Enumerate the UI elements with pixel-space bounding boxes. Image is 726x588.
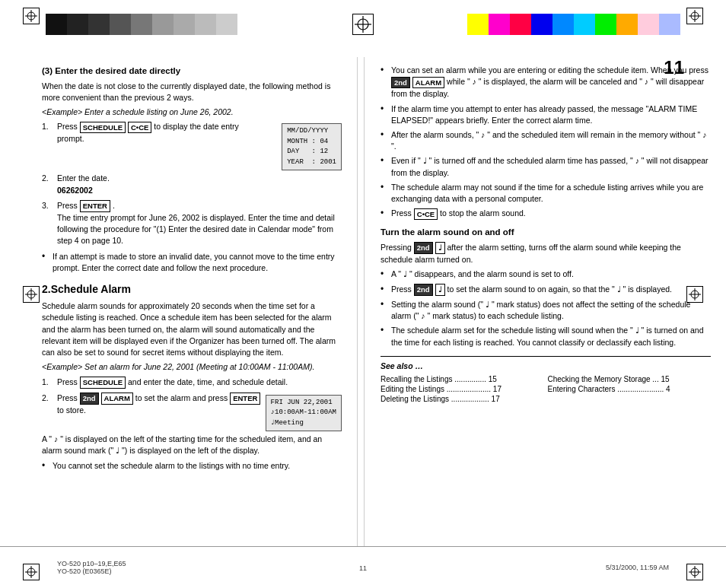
schedule-key[interactable]: SCHEDULE [80, 122, 126, 134]
enter-key-2[interactable]: ENTER [230, 393, 260, 405]
see-also-item-3: Editing the Listings ...................… [381, 385, 544, 393]
rb-dot-5: • [381, 182, 391, 194]
rb-text-2: If the alarm time you attempt to enter h… [391, 103, 711, 126]
main-content: (3) Enter the desired date directly When… [0, 57, 726, 546]
right-bullet-5: • The schedule alarm may not sound if th… [381, 182, 711, 205]
section-heading-3: (3) Enter the desired date directly [42, 65, 342, 78]
tb-text-3: Setting the alarm sound (" ♩ " mark stat… [391, 299, 711, 322]
bullet-2-text: You cannot set the schedule alarm to the… [53, 460, 342, 472]
alarm-key[interactable]: ALARM [101, 393, 133, 405]
turn-off-text: Pressing 2nd ♩ after the alarm setting, … [381, 242, 711, 265]
2nd-key-1[interactable]: 2nd [80, 393, 99, 405]
tb-text-4: The schedule alarm set for the schedule … [391, 325, 711, 348]
tb-dot-2: • [381, 284, 391, 296]
turn-bullet-1: • A " ♩ " disappears, and the alarm soun… [381, 269, 711, 281]
right-bullet-3: • After the alarm sounds, " ♪ " and the … [381, 129, 711, 152]
sound-key-turn[interactable]: ♩ [435, 242, 445, 254]
see-also-item-2: Checking the Memory Storage ... 15 [548, 375, 712, 383]
rb-dot-6: • [381, 208, 391, 220]
alarm-key-r1[interactable]: ALARM [412, 77, 444, 89]
see-also-item-6 [548, 395, 712, 403]
step-1-container: MM/DD/YYYY MONTH : 04 DAY : 12 YEAR : 20… [42, 121, 342, 173]
right-bullet-4: • Even if " ♩ " is turned off and the sc… [381, 155, 711, 178]
2nd-key-turn[interactable]: 2nd [414, 242, 433, 254]
sa-step-num-2: 2. [42, 393, 57, 404]
rb-text-4: Even if " ♩ " is turned off and the sche… [391, 155, 711, 178]
rb-dot-2: • [381, 103, 391, 116]
right-bullet-6: • Press C•CE to stop the alarm sound. [381, 208, 711, 220]
date-value: 06262002 [57, 186, 93, 195]
bottom-bar: YO-520 p10–19,E,E65 YO-520 (E0365E) 11 5… [0, 546, 726, 588]
sa-step-2: 2. Press 2nd ALARM to set the alarm and … [42, 393, 266, 416]
step-num-3: 3. [42, 200, 57, 211]
bullet-dot-2: • [42, 460, 53, 472]
turn-bullet-4: • The schedule alarm set for the schedul… [381, 325, 711, 348]
rb-dot-1: • [381, 65, 391, 77]
2nd-key-r1[interactable]: 2nd [391, 77, 410, 89]
bullet-1-text: If an attempt is made to store an invali… [53, 251, 342, 274]
example-1: <Example> Enter a schedule listing on Ju… [42, 106, 342, 118]
schedule-key-2[interactable]: SCHEDULE [80, 377, 126, 389]
2nd-key-t2[interactable]: 2nd [414, 284, 433, 296]
color-strip-left [46, 14, 237, 35]
right-bullet-2: • If the alarm time you attempt to enter… [381, 103, 711, 126]
see-also-grid: Recalling the Listings ............... 1… [381, 375, 711, 403]
footer-page-num: 11 [359, 564, 367, 572]
right-column: • You can set an alarm while you are ent… [358, 57, 726, 546]
sa-step-2-content: Press 2nd ALARM to set the alarm and pre… [57, 393, 266, 416]
color-strip-right [467, 14, 680, 35]
rb-dot-3: • [381, 129, 391, 141]
footer-file: YO-520 p10–19,E,E65 [57, 560, 126, 567]
tb-dot-3: • [381, 299, 391, 311]
see-also-item-1: Recalling the Listings ............... 1… [381, 375, 544, 383]
rb-text-6: Press C•CE to stop the alarm sound. [391, 208, 711, 220]
tb-text-1: A " ♩ " disappears, and the alarm sound … [391, 269, 711, 280]
footer-product: YO-520 (E0365E) [57, 567, 126, 575]
step-num-2: 2. [42, 173, 57, 184]
lcd-display-1: MM/DD/YYYY MONTH : 04 DAY : 12 YEAR : 20… [282, 123, 342, 170]
step-3: 3. Press ENTER . The time entry prompt f… [42, 200, 342, 247]
step-1-content: Press SCHEDULE C•CE to display the date … [57, 121, 266, 145]
bullet-no-time: • You cannot set the schedule alarm to t… [42, 460, 342, 472]
crosshair-top-left [23, 8, 40, 24]
right-bullet-1: • You can set an alarm while you are ent… [381, 65, 711, 100]
alarm-note: A " ♪ " is displayed on the left of the … [42, 434, 342, 456]
intro-text: When the date is not close to the curren… [42, 81, 342, 103]
sa-step-1: 1. Press SCHEDULE and enter the date, ti… [42, 377, 342, 389]
step-2: 2. Enter the date. 06262002 [42, 173, 342, 195]
cce-key-1[interactable]: C•CE [128, 122, 151, 134]
turn-bullet-3: • Setting the alarm sound (" ♩ " mark st… [381, 299, 711, 322]
center-crosshair [352, 14, 374, 35]
bullet-dot-1: • [42, 251, 53, 263]
rb-text-3: After the alarm sounds, " ♪ " and the sc… [391, 129, 711, 152]
top-bar [0, 0, 726, 57]
rb-text-5: The schedule alarm may not sound if the … [391, 182, 711, 205]
turn-bullet-2: • Press 2nd ♩ to set the alarm sound to … [381, 284, 711, 296]
rb-text-1: You can set an alarm while you are enter… [391, 65, 711, 100]
tb-dot-4: • [381, 325, 391, 337]
lcd-display-2: FRI JUN 22,2001 ♪10:00AM-11:00AM ♩Meetin… [266, 395, 342, 432]
rb-dot-4: • [381, 155, 391, 167]
cce-key-r[interactable]: C•CE [414, 208, 438, 221]
sa-step-1-content: Press SCHEDULE and enter the date, time,… [57, 377, 342, 389]
example-2: <Example> Set an alarm for June 22, 2001… [42, 361, 342, 373]
see-also-item-5: Deleting the Listings ..................… [381, 395, 544, 403]
sound-key-t2[interactable]: ♩ [435, 284, 445, 296]
enter-key-1[interactable]: ENTER [80, 200, 110, 212]
sa-step-2-container: FRI JUN 22,2001 ♪10:00AM-11:00AM ♩Meetin… [42, 393, 342, 434]
see-also-title: See also … [381, 361, 711, 372]
left-column: (3) Enter the desired date directly When… [0, 57, 358, 546]
footer-date: 5/31/2000, 11:59 AM [606, 564, 669, 571]
crosshair-bot-left [23, 564, 40, 580]
schedule-alarm-title: 2.Schedule Alarm [42, 281, 342, 297]
step-num-1: 1. [42, 121, 57, 132]
crosshair-top-right [686, 8, 703, 24]
step-1: 1. Press SCHEDULE C•CE to display the da… [42, 121, 266, 145]
turn-off-title: Turn the alarm sound on and off [381, 226, 711, 239]
see-also-section: See also … Recalling the Listings ......… [381, 356, 711, 403]
step-3-content: Press ENTER . The time entry prompt for … [57, 200, 342, 247]
bullet-invalid-date: • If an attempt is made to store an inva… [42, 251, 342, 274]
step-2-content: Enter the date. 06262002 [57, 173, 342, 195]
tb-dot-1: • [381, 269, 391, 281]
see-also-item-4: Entering Characters ....................… [548, 385, 712, 393]
